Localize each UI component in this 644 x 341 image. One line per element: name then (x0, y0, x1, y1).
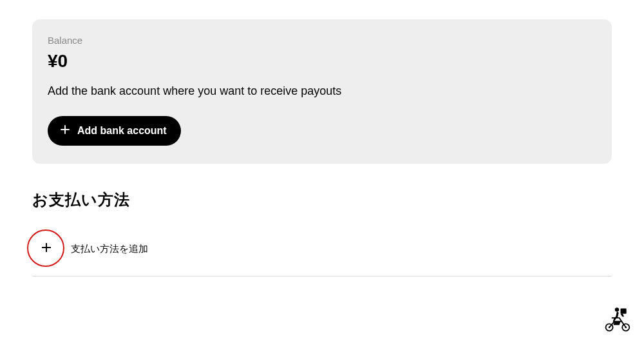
add-payment-method-label: 支払い方法を追加 (71, 243, 148, 255)
add-bank-account-button[interactable]: Add bank account (48, 116, 181, 146)
add-payment-method-row[interactable]: 支払い方法を追加 (32, 235, 612, 277)
plus-icon (41, 242, 52, 255)
svg-point-4 (615, 307, 619, 311)
svg-rect-5 (621, 309, 627, 314)
balance-description: Add the bank account where you want to r… (48, 84, 596, 98)
balance-amount: ¥0 (48, 51, 596, 72)
delivery-courier-icon (603, 305, 631, 333)
balance-card: Balance ¥0 Add the bank account where yo… (32, 19, 612, 164)
payment-methods-title: お支払い方法 (32, 190, 612, 210)
balance-label: Balance (48, 35, 596, 46)
add-bank-account-label: Add bank account (77, 125, 167, 137)
add-payment-method-icon-container (32, 235, 61, 263)
plus-icon (59, 124, 71, 138)
